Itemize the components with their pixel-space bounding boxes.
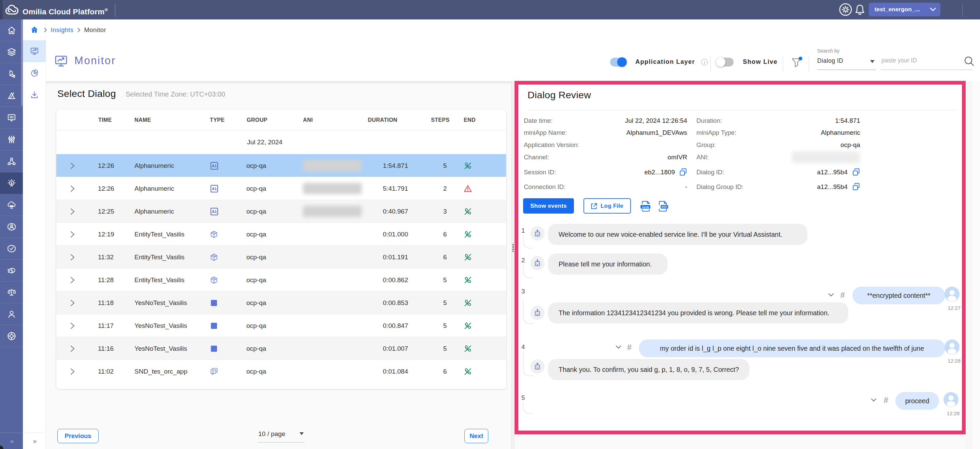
svg-text:RTF: RTF	[662, 205, 667, 209]
svg-text:JSON: JSON	[642, 206, 649, 209]
